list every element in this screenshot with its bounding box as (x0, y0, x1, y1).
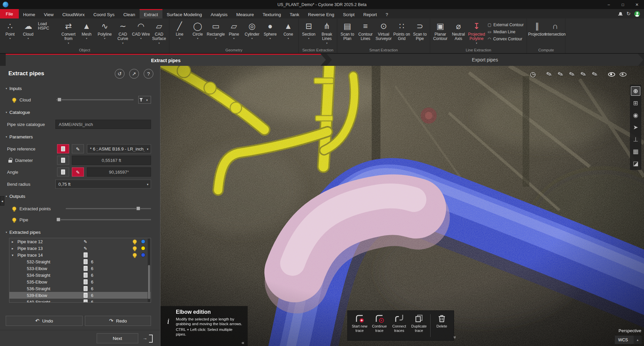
menu-tab-tank[interactable]: Tank (285, 9, 304, 18)
zoom-window-icon[interactable]: ⊞ (631, 98, 640, 108)
diameter-field[interactable]: 0,55167 ft (72, 156, 151, 165)
ribbon-item-convex-contour[interactable]: ◠Convex Contour (488, 37, 524, 41)
ribbon-item-projection[interactable]: ∥Projection (528, 19, 546, 37)
scrollbar-thumb[interactable] (148, 265, 150, 299)
duplicate-trace-button[interactable]: Duplicate trace (409, 312, 429, 339)
visibility-bulb-icon[interactable] (12, 218, 16, 222)
tree-pipe-trace-row[interactable]: ▸Pipe trace 12✎ (9, 238, 151, 245)
angle-from-file-button[interactable] (57, 168, 69, 177)
ribbon-item-cad-wire[interactable]: ◠CAD Wire▾ (132, 19, 150, 40)
slider-thumb[interactable] (57, 98, 61, 102)
ribbon-item-neutral-axis[interactable]: ⌀Neutral Axis (449, 19, 467, 41)
camera-view-icon[interactable]: ◉ (631, 111, 640, 120)
ribbon-item-planar-contour[interactable]: ▣Planar Contour (431, 19, 449, 41)
notifications-bell-icon[interactable] (618, 12, 623, 16)
trace-color-swatch[interactable] (141, 246, 145, 251)
fly-navigation-icon[interactable]: ➤ (631, 123, 640, 132)
ribbon-item-points-on-grid[interactable]: ∷Points on Grid (393, 19, 411, 41)
user-avatar[interactable] (634, 11, 640, 17)
slider-thumb[interactable] (56, 218, 60, 222)
section-inputs[interactable]: ▾ Inputs (6, 86, 22, 91)
tree-pipe-segment-row[interactable]: 535-Elbow6 (9, 278, 151, 285)
close-button[interactable]: ✕ (630, 0, 644, 9)
ribbon-item-section[interactable]: ⊟Section▾ (300, 19, 318, 40)
view-compass-icon[interactable]: ◷ (528, 69, 538, 79)
expander-icon[interactable]: ▾ (12, 253, 13, 257)
detach-window-icon[interactable]: ↗ (129, 69, 139, 79)
menu-tab-surface-modeling[interactable]: Surface Modeling (162, 9, 206, 18)
ribbon-item-load-hspc[interactable]: Load HSPC (37, 19, 59, 31)
ribbon-item-cad-surface[interactable]: ▱CAD Surface▾ (150, 19, 168, 45)
ribbon-item-median-line[interactable]: ▭Median Line (488, 30, 524, 34)
ortho-view-icon[interactable]: ▦ (631, 147, 640, 156)
pipe-slider[interactable] (56, 215, 151, 224)
pipe-pen-trace-icon[interactable]: ✎ (590, 69, 600, 79)
visibility-bulb-icon[interactable] (12, 207, 16, 211)
continue-trace-button[interactable]: Continue trace (369, 312, 389, 339)
viewport-3d[interactable]: ◷✎✎✎✎✎ ⊕⊞◉➤⊥▦◪ i Elbow edition Modify th… (160, 66, 644, 346)
ribbon-item-virtual-surveyor[interactable]: ⊙Virtual Surveyor (375, 19, 393, 41)
tree-pipe-segment-row[interactable]: 540-Straight6 (9, 299, 151, 303)
extracted-points-slider[interactable] (66, 204, 151, 213)
angle-edit-button[interactable]: ✎ (72, 168, 84, 177)
pipe-pen-split-icon[interactable]: ✎ (578, 69, 588, 79)
menu-tab-file[interactable]: File (0, 9, 19, 18)
section-catalogue[interactable]: ▾ Catalogue (6, 110, 30, 115)
hide-cloud-eye-icon[interactable] (618, 69, 628, 79)
level-view-icon[interactable]: ⊥ (631, 135, 640, 144)
reset-icon[interactable]: ↺ (115, 69, 125, 79)
wcs-selector[interactable]: WCS ▲ (614, 335, 642, 344)
cloud-opacity-slider[interactable] (56, 95, 134, 104)
redo-button[interactable]: ↷ Redo (85, 316, 151, 326)
expander-icon[interactable]: ▸ (12, 240, 13, 244)
menu-tab-texturing[interactable]: Texturing (258, 9, 286, 18)
sync-history-icon[interactable]: ↻ (626, 11, 631, 17)
pipe-reference-dropdown[interactable]: * 6 ; ASME B16.9 - LR_inch_ ▾ (87, 144, 151, 154)
pipe-size-catalogue-field[interactable]: ASME/ANSI_inch (55, 120, 151, 129)
slider-thumb[interactable] (136, 207, 140, 211)
section-extracted-pipes[interactable]: ▾ Extracted pipes (6, 230, 41, 235)
document-icon[interactable] (84, 253, 88, 258)
ribbon-item-polyline[interactable]: ∿Polyline▾ (96, 19, 114, 40)
ribbon-item-external-contour[interactable]: ▢External Contour (488, 23, 524, 27)
tree-pipe-segment-row[interactable]: 536-Straight6 (9, 285, 151, 292)
scene-point-cloud[interactable] (160, 66, 644, 346)
ribbon-item-cloud[interactable]: ☁Cloud▾ (19, 19, 37, 40)
menu-tab-home[interactable]: Home (19, 9, 40, 18)
section-parameters[interactable]: ▾ Parameters (6, 134, 33, 139)
angle-field[interactable]: 90,16597° (87, 168, 151, 177)
minimize-button[interactable]: – (602, 0, 616, 9)
ribbon-item-line[interactable]: ╱Line▾ (170, 19, 189, 40)
pipe-pen-edit-icon[interactable]: ✎ (567, 69, 577, 79)
expander-icon[interactable]: ▸ (12, 247, 13, 250)
ribbon-item-convert-from[interactable]: ⇄Convert from▾ (59, 19, 78, 45)
exit-command-button[interactable]: → (143, 334, 154, 343)
menu-tab-reverse-eng[interactable]: Reverse Eng (304, 9, 339, 18)
menu-tab-measure[interactable]: Measure (232, 9, 258, 18)
pencil-icon[interactable]: ✎ (84, 246, 87, 251)
bend-radius-dropdown[interactable]: 0,75 ft ▾ (55, 180, 151, 189)
pipe-pen-remove-icon[interactable]: ✎ (555, 69, 565, 79)
ribbon-item-mesh[interactable]: ▲Mesh▾ (78, 19, 96, 40)
maximize-button[interactable]: □ (616, 0, 630, 9)
next-button[interactable]: Next (97, 333, 138, 343)
pipe-reference-edit-button[interactable]: ✎ (72, 144, 84, 154)
pipe-pen-add-icon[interactable]: ✎ (544, 69, 554, 79)
ribbon-item-sphere[interactable]: ●Sphere▾ (261, 19, 279, 40)
tree-scrollbar[interactable] (148, 239, 150, 302)
ribbon-item-cad-curve[interactable]: ∼CAD Curve▾ (114, 19, 132, 45)
ribbon-item-intersection[interactable]: ∩Intersection (546, 19, 564, 37)
cloud-filter-button[interactable]: ▾ (138, 96, 151, 104)
visibility-bulb-icon[interactable] (133, 253, 137, 257)
recenter-target-icon[interactable]: ⊕ (631, 86, 640, 96)
tree-pipe-segment-row[interactable]: 534-Straight6 (9, 272, 151, 278)
ribbon-item-plane[interactable]: ▱Plane▾ (225, 19, 243, 40)
menu-tab-cloudworx[interactable]: CloudWorx (58, 9, 89, 18)
ribbon-item-point[interactable]: ∴Point▾ (1, 19, 19, 40)
visibility-bulb-icon[interactable] (12, 98, 16, 102)
ribbon-item-contour-lines[interactable]: ≡Contour Lines (356, 19, 375, 41)
tree-pipe-segment-row[interactable]: 539-Elbow6 (9, 292, 151, 299)
menu-tab-clean[interactable]: Clean (119, 9, 139, 18)
ribbon-item-scan-to-pipe[interactable]: ⊃Scan to Pipe (411, 19, 429, 41)
section-outputs[interactable]: ▾ Outputs (6, 194, 25, 199)
